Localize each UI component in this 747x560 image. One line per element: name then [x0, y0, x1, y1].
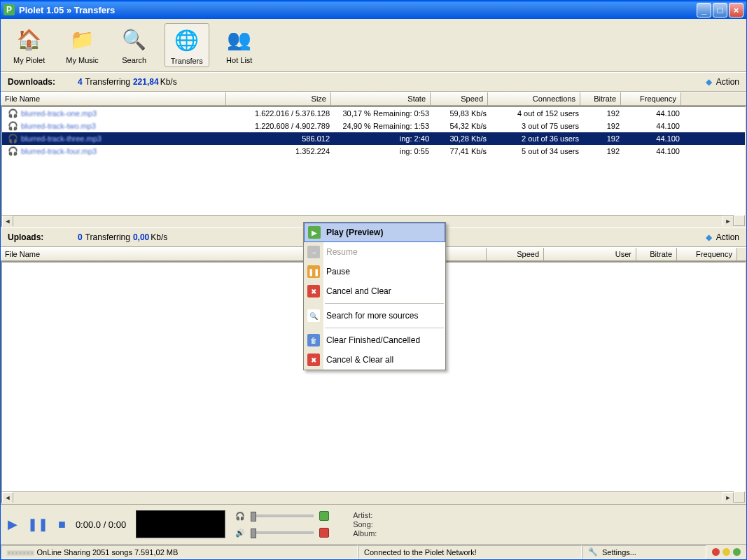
- uploads-transferring-label: Transferring: [85, 232, 130, 242]
- app-icon: P: [4, 4, 15, 15]
- scroll-left-button[interactable]: ◄: [2, 492, 13, 503]
- player-bar: ▶ ❚❚ ■ 0:00.0 / 0:00 🎧 🔊 Artist: Song: A…: [1, 504, 746, 544]
- toolbar-label: My Music: [66, 56, 98, 64]
- state-cell: ing: 0:55: [334, 147, 433, 155]
- context-menu-item-pause[interactable]: ❚❚Pause: [304, 262, 445, 281]
- context-menu-separator: [325, 303, 444, 304]
- action-icon: ◆: [706, 232, 712, 242]
- context-menu-icon: ❚❚: [307, 265, 320, 278]
- connections-cell: 5 out of 34 users: [491, 147, 583, 155]
- column-header-bitrate[interactable]: Bitrate: [580, 92, 621, 105]
- column-header-connections[interactable]: Connections: [488, 92, 580, 105]
- download-row[interactable]: 🎧blurred-track-one.mp31.622.016 / 5.376.…: [2, 107, 745, 120]
- status-light: [722, 548, 730, 556]
- context-menu-icon: ✖: [307, 285, 320, 298]
- toolbar-item-my-piolet[interactable]: 🏠My Piolet: [8, 23, 50, 67]
- toolbar-label: My Piolet: [13, 56, 45, 64]
- column-header-size[interactable]: Size: [226, 92, 331, 105]
- downloads-action-button[interactable]: ◆ Action: [706, 77, 739, 87]
- toolbar-item-transfers[interactable]: 🌐Transfers: [165, 23, 209, 67]
- context-menu-icon: →: [307, 246, 320, 258]
- settings-button[interactable]: 🔧 Settings...: [582, 545, 706, 559]
- column-header-speed[interactable]: Speed: [431, 92, 488, 105]
- context-menu-item-search-for-more-sources[interactable]: 🔍Search for more sources: [304, 306, 445, 326]
- column-header-state[interactable]: State: [331, 92, 431, 105]
- column-header-file-name[interactable]: File Name: [1, 92, 226, 105]
- uploads-count: 0: [78, 232, 83, 242]
- scroll-right-button[interactable]: ►: [722, 216, 734, 227]
- column-header-bitrate[interactable]: Bitrate: [636, 248, 677, 260]
- column-header-speed[interactable]: Speed: [487, 248, 544, 260]
- column-header-user[interactable]: User: [544, 248, 636, 260]
- close-button[interactable]: ×: [729, 3, 743, 18]
- status-lights: [706, 548, 746, 556]
- headphones-icon: 🎧: [8, 146, 18, 156]
- window-controls: _ □ ×: [697, 3, 743, 18]
- context-menu-icon: 🗑: [307, 334, 320, 346]
- connections-cell: 3 out of 75 users: [491, 122, 583, 130]
- bitrate-cell: 192: [583, 122, 624, 130]
- play-button[interactable]: ▶: [8, 517, 18, 532]
- toolbar-label: Hot List: [226, 56, 252, 64]
- status-network: Connected to the Piolet Network!: [358, 545, 582, 559]
- uploads-label: Uploads:: [8, 232, 78, 242]
- context-menu-item-play-preview-[interactable]: ▶Play (Preview): [304, 223, 445, 242]
- toolbar-item-my-music[interactable]: 📁My Music: [60, 23, 104, 67]
- stop-button[interactable]: ■: [58, 517, 66, 532]
- filename: blurred-track-one.mp3: [21, 109, 97, 118]
- context-menu-icon: 🔍: [307, 309, 320, 322]
- toolbar-icon: 🏠: [15, 24, 44, 54]
- action-label: Action: [716, 232, 739, 242]
- context-menu[interactable]: ▶Play (Preview)→Resume❚❚Pause✖Cancel and…: [303, 222, 446, 370]
- downloads-transferring-label: Transferring: [85, 77, 130, 87]
- download-row[interactable]: 🎧blurred-track-two.mp31.220.608 / 4.902.…: [2, 120, 745, 132]
- toolbar-item-hot-list[interactable]: 👥Hot List: [219, 23, 260, 67]
- scroll-corner: [734, 491, 745, 503]
- downloads-grid-header: File NameSizeStateSpeedConnectionsBitrat…: [1, 92, 746, 106]
- size-cell: 1.622.016 / 5.376.128: [229, 109, 334, 118]
- uploads-action-button[interactable]: ◆ Action: [706, 232, 739, 242]
- context-menu-item-resume: →Resume: [304, 242, 445, 262]
- pause-button[interactable]: ❚❚: [27, 517, 48, 532]
- scroll-right-button[interactable]: ►: [722, 492, 734, 503]
- repeat-icon[interactable]: 🎧: [235, 512, 245, 521]
- volume-slider[interactable]: [251, 531, 314, 534]
- context-menu-item-cancel-and-clear[interactable]: ✖Cancel and Clear: [304, 281, 445, 301]
- download-row[interactable]: 🎧blurred-track-three.mp3586.012 ing: 2:4…: [2, 132, 745, 145]
- titlebar[interactable]: P Piolet 1.05 » Transfers _ □ ×: [1, 1, 746, 19]
- bitrate-cell: 192: [583, 147, 624, 155]
- size-cell: 1.220.608 / 4.902.789: [229, 122, 334, 130]
- play-indicator: [319, 511, 329, 521]
- bitrate-cell: 192: [583, 134, 624, 143]
- scroll-left-button[interactable]: ◄: [2, 216, 13, 227]
- context-menu-label: Cancel and Clear: [326, 286, 391, 296]
- context-menu-item-clear-finished-cancelled[interactable]: 🗑Clear Finished/Cancelled: [304, 330, 445, 350]
- uploads-scrollbar[interactable]: ◄ ►: [2, 491, 734, 503]
- toolbar-label: Transfers: [171, 57, 203, 65]
- action-icon: ◆: [706, 77, 712, 87]
- context-menu-label: Clear Finished/Cancelled: [326, 335, 420, 345]
- toolbar-item-search[interactable]: 🔍Search: [114, 23, 155, 67]
- song-label: Song:: [353, 520, 377, 528]
- size-cell: 586.012: [229, 134, 334, 143]
- column-header-frequency[interactable]: Frequency: [677, 248, 737, 260]
- settings-icon: 🔧: [588, 547, 598, 556]
- maximize-button[interactable]: □: [713, 3, 727, 18]
- column-header-frequency[interactable]: Frequency: [621, 92, 681, 105]
- download-row[interactable]: 🎧blurred-track-four.mp31.352.224 ing: 0:…: [2, 145, 745, 158]
- connections-cell: 2 out of 36 users: [491, 134, 583, 143]
- status-light: [733, 548, 741, 556]
- uploads-speed-units: Kb/s: [151, 232, 167, 242]
- minimize-button[interactable]: _: [697, 3, 711, 18]
- headphones-icon: 🎧: [8, 121, 18, 131]
- player-visualizer: [136, 510, 225, 538]
- downloads-panel[interactable]: 🎧blurred-track-one.mp31.622.016 / 5.376.…: [1, 106, 746, 227]
- seek-slider[interactable]: [251, 514, 314, 517]
- context-menu-item-cancel-clear-all[interactable]: ✖Cancel & Clear all: [304, 350, 445, 370]
- context-menu-label: Resume: [326, 247, 358, 257]
- status-username-blurred: xxxxxxx: [7, 548, 34, 556]
- downloads-count: 4: [78, 77, 83, 87]
- downloads-speed-units: Kb/s: [160, 77, 177, 87]
- volume-icon[interactable]: 🔊: [235, 528, 245, 538]
- state-cell: 30,17 % Remaining: 0:53: [334, 109, 433, 118]
